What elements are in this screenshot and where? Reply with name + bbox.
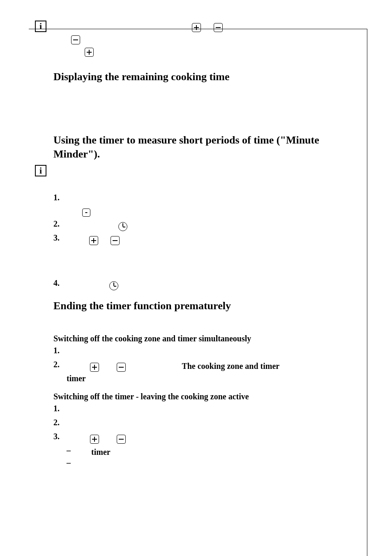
- minus-icon: [117, 435, 126, 444]
- plus-icon: [85, 48, 94, 57]
- minus-icon: [71, 35, 80, 44]
- plus-icon: [89, 236, 98, 245]
- minus-icon: [111, 236, 120, 245]
- minus-icon: [214, 23, 223, 32]
- clock-icon: [118, 222, 127, 231]
- minus-icon: [117, 363, 126, 372]
- plus-icon: [90, 435, 99, 444]
- page-number: 17: [356, 535, 363, 544]
- plus-icon: [90, 363, 99, 372]
- small-minus-icon: [82, 208, 90, 217]
- clock-icon: [109, 281, 118, 290]
- plus-icon: [192, 23, 201, 32]
